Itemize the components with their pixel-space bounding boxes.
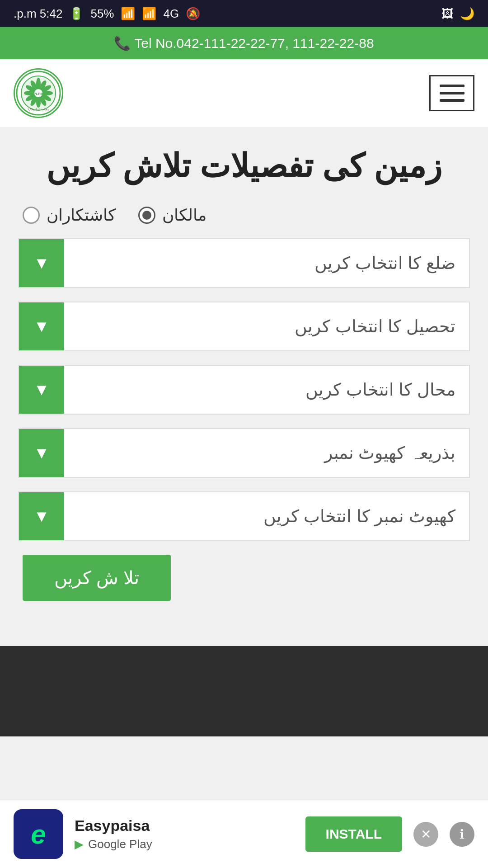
chevron-down-icon-5: ▼ [33, 507, 50, 526]
chevron-down-icon: ▼ [33, 254, 50, 273]
khasra-number-dropdown[interactable]: کھیوٹ نمبر کا انتخاب کریں ▼ [18, 491, 470, 541]
google-play-icon: ▶ [75, 837, 84, 851]
radio-option-kashtkar[interactable]: کاشتکاران [23, 206, 116, 225]
district-dropdown[interactable]: ضلع کا انتخاب کریں ▼ [18, 238, 470, 288]
easypaisa-logo-icon: e [31, 819, 46, 850]
ad-banner: e Easypaisa ▶ Google Play INSTALL ✕ ℹ [0, 800, 488, 868]
phone-icon: 📞 [114, 36, 131, 51]
close-icon: ✕ [421, 827, 431, 842]
khasra-number-dropdown-arrow[interactable]: ▼ [19, 492, 64, 540]
tehsil-dropdown-arrow[interactable]: ▼ [19, 302, 64, 350]
mahal-dropdown[interactable]: محال کا انتخاب کریں ▼ [18, 365, 470, 415]
khasra-type-dropdown[interactable]: بذریعہ کھیوٹ نمبر ▼ [18, 428, 470, 478]
image-icon: 🖼 [441, 7, 453, 21]
ad-close-button[interactable]: ✕ [413, 822, 438, 847]
info-icon: ℹ [460, 827, 465, 842]
google-play-text: Google Play [88, 837, 152, 851]
radio-group: مالکان کاشتکاران [18, 206, 470, 225]
battery-icon: 🔋 [69, 7, 84, 21]
moon-icon: 🌙 [460, 7, 474, 21]
contact-text: Tel No.042-111-22-22-77, 111-22-22-88 [134, 36, 374, 51]
signal-icon: 📶 [121, 7, 135, 21]
ad-info-button[interactable]: ℹ [450, 822, 474, 847]
tehsil-dropdown[interactable]: تحصیل کا انتخاب کریں ▼ [18, 302, 470, 351]
hamburger-line-3 [440, 99, 465, 102]
tehsil-dropdown-text: تحصیل کا انتخاب کریں [64, 316, 469, 336]
chevron-down-icon-2: ▼ [33, 317, 50, 336]
logo-container: PLRA پنجاب لینڈ ریکارڈ [14, 68, 63, 118]
logo: PLRA پنجاب لینڈ ریکارڈ [14, 68, 63, 118]
radio-label-malkan: مالکان [162, 206, 206, 225]
plra-logo-svg: PLRA پنجاب لینڈ ریکارڈ [16, 71, 61, 116]
time-label: 5:42 p.m. [14, 7, 62, 21]
search-button[interactable]: تلا ش کریں [23, 555, 171, 601]
district-dropdown-arrow[interactable]: ▼ [19, 239, 64, 287]
radio-option-malkan[interactable]: مالکان [138, 206, 206, 225]
district-dropdown-text: ضلع کا انتخاب کریں [64, 253, 469, 273]
chevron-down-icon-3: ▼ [33, 380, 50, 399]
network-label: 4G [163, 7, 179, 21]
mute-icon: 🔕 [186, 7, 200, 21]
ad-icon: e [14, 809, 63, 859]
install-button[interactable]: INSTALL [305, 816, 402, 852]
search-btn-container: تلا ش کریں [18, 555, 470, 601]
khasra-type-dropdown-arrow[interactable]: ▼ [19, 429, 64, 477]
hamburger-button[interactable] [429, 75, 474, 111]
radio-label-kashtkar: کاشتکاران [47, 206, 116, 225]
battery-label: 55% [90, 7, 114, 21]
khasra-number-dropdown-text: کھیوٹ نمبر کا انتخاب کریں [64, 506, 469, 526]
radio-circle-malkan[interactable] [138, 207, 155, 224]
ad-title: Easypaisa [75, 817, 294, 835]
hamburger-line-2 [440, 92, 465, 94]
status-bar: 🌙 🖼 🔕 4G 📶 📶 55% 🔋 5:42 p.m. [0, 0, 488, 27]
mahal-dropdown-arrow[interactable]: ▼ [19, 366, 64, 414]
khasra-type-dropdown-text: بذریعہ کھیوٹ نمبر [64, 443, 469, 463]
hamburger-line-1 [440, 85, 465, 87]
sim-icon: 📶 [142, 7, 156, 21]
status-right: 🔕 4G 📶 📶 55% 🔋 5:42 p.m. [14, 7, 200, 21]
mahal-dropdown-text: محال کا انتخاب کریں [64, 380, 469, 400]
footer [0, 646, 488, 736]
status-left: 🌙 🖼 [441, 7, 474, 21]
svg-text:PLRA: PLRA [33, 92, 43, 96]
radio-circle-kashtkar[interactable] [23, 207, 40, 224]
header: PLRA پنجاب لینڈ ریکارڈ [0, 59, 488, 127]
svg-text:پنجاب لینڈ ریکارڈ: پنجاب لینڈ ریکارڈ [28, 108, 50, 111]
ad-info: Easypaisa ▶ Google Play [75, 817, 294, 851]
chevron-down-icon-4: ▼ [33, 443, 50, 462]
page-title: زمین کی تفصیلات تلاش کریں [18, 145, 470, 188]
main-content: زمین کی تفصیلات تلاش کریں مالکان کاشتکار… [0, 127, 488, 628]
ad-subtitle: ▶ Google Play [75, 837, 294, 851]
top-contact-bar: 📞 Tel No.042-111-22-22-77, 111-22-22-88 [0, 27, 488, 59]
